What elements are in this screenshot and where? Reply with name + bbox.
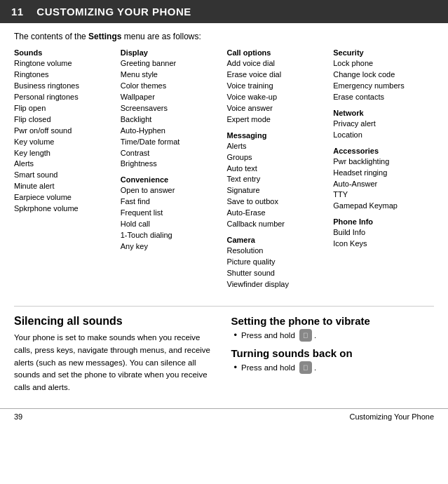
footer-page-number: 39 xyxy=(14,412,22,421)
list-item: Shutter sound xyxy=(227,268,328,279)
menu-col-sounds: Sounds Ringtone volume Ringtones Busines… xyxy=(14,48,115,293)
camera-list: Resolution Picture quality Shutter sound… xyxy=(227,246,328,290)
list-item: Auto text xyxy=(227,163,328,175)
list-item: Callback number xyxy=(227,219,328,230)
vibrate-sounds-section: Setting the phone to vibrate • Press and… xyxy=(231,312,435,394)
list-item: Lock phone xyxy=(333,58,434,69)
list-item: Location xyxy=(333,130,434,141)
security-list: Lock phone Change lock code Emergency nu… xyxy=(333,58,434,103)
list-item: Hold call xyxy=(121,219,222,230)
page-header: 11 Customizing Your Phone xyxy=(0,0,448,23)
vibrate-title: Setting the phone to vibrate xyxy=(231,315,435,327)
vibrate-instruction-text: Press and hold xyxy=(241,331,295,340)
list-item: Resolution xyxy=(227,246,328,257)
list-item: Pwr on/off sound xyxy=(14,126,115,137)
list-item: Flip closed xyxy=(14,114,115,126)
list-item: Time/Date format xyxy=(121,137,222,148)
list-item: Erase contacts xyxy=(333,92,434,103)
list-item: Fast find xyxy=(121,196,222,208)
list-item: Privacy alert xyxy=(333,119,434,130)
list-item: Frequent list xyxy=(121,208,222,219)
display-heading: Display xyxy=(121,48,222,57)
sound-icon: ⎕ xyxy=(299,361,312,374)
list-item: Signature xyxy=(227,185,328,196)
list-item: Any key xyxy=(121,241,222,253)
menu-col-security: Security Lock phone Change lock code Eme… xyxy=(333,48,434,293)
list-item: Change lock code xyxy=(333,69,434,81)
vibrate-suffix: . xyxy=(314,331,316,340)
list-item: Earpiece volume xyxy=(14,192,115,203)
list-item: Groups xyxy=(227,152,328,163)
list-item: Auto-Hyphen xyxy=(121,126,222,137)
bottom-sections: Silencing all sounds Your phone is set t… xyxy=(14,312,434,394)
list-item: Spkrphone volume xyxy=(14,203,115,215)
list-item: Greeting banner xyxy=(121,58,222,69)
list-item: Headset ringing xyxy=(333,168,434,179)
list-item: 1-Touch dialing xyxy=(121,230,222,241)
silencing-title: Silencing all sounds xyxy=(14,315,217,328)
list-item: Ringtones xyxy=(14,69,115,81)
list-item: Backlight xyxy=(121,114,222,126)
messaging-heading: Messaging xyxy=(227,131,328,140)
list-item: Voice wake-up xyxy=(227,92,328,103)
list-item: Auto-Answer xyxy=(333,179,434,190)
list-item: Brightness xyxy=(121,159,222,170)
list-item: Screensavers xyxy=(121,103,222,114)
list-item: Emergency numbers xyxy=(333,81,434,92)
list-item: Add voice dial xyxy=(227,58,328,69)
list-item: TTY xyxy=(333,189,434,201)
phoneinfo-heading: Phone Info xyxy=(333,217,434,226)
list-item: Open to answer xyxy=(121,185,222,196)
list-item: Minute alert xyxy=(14,181,115,192)
silencing-section: Silencing all sounds Your phone is set t… xyxy=(14,312,217,394)
list-item: Text entry xyxy=(227,174,328,185)
list-item: Viewfinder display xyxy=(227,279,328,290)
list-item: Expert mode xyxy=(227,114,328,126)
footer-title: Customizing Your Phone xyxy=(350,412,434,421)
bullet-point: • xyxy=(234,330,238,340)
menu-grid: Sounds Ringtone volume Ringtones Busines… xyxy=(14,48,434,293)
menu-col-calloptions: Call options Add voice dial Erase voice … xyxy=(227,48,328,293)
list-item: Key volume xyxy=(14,137,115,148)
vibrate-icon: ⎕ xyxy=(299,329,312,342)
list-item: Alerts xyxy=(227,141,328,152)
display-list: Greeting banner Menu style Color themes … xyxy=(121,58,222,170)
list-item: Picture quality xyxy=(227,257,328,268)
chapter-number: 11 xyxy=(11,6,24,18)
list-item: Menu style xyxy=(121,69,222,81)
list-item: Key length xyxy=(14,148,115,159)
sounds-list: Ringtone volume Ringtones Business ringt… xyxy=(14,58,115,215)
list-item: Alerts xyxy=(14,159,115,170)
list-item: Personal ringtones xyxy=(14,92,115,103)
turnsounds-instruction: • Press and hold ⎕ . xyxy=(234,361,435,374)
list-item: Icon Keys xyxy=(333,238,434,250)
convenience-heading: Convenience xyxy=(121,175,222,184)
security-heading: Security xyxy=(333,48,434,57)
camera-heading: Camera xyxy=(227,236,328,244)
page-title: Customizing Your Phone xyxy=(36,6,191,18)
messaging-list: Alerts Groups Auto text Text entry Signa… xyxy=(227,141,328,231)
list-item: Wallpaper xyxy=(121,92,222,103)
list-item: Business ringtones xyxy=(14,81,115,92)
divider xyxy=(14,306,434,307)
list-item: Erase voice dial xyxy=(227,69,328,81)
calloptions-list: Add voice dial Erase voice dial Voice tr… xyxy=(227,58,328,126)
menu-col-display: Display Greeting banner Menu style Color… xyxy=(121,48,222,293)
bullet-point-2: • xyxy=(234,362,238,372)
list-item: Flip open xyxy=(14,103,115,114)
network-list: Privacy alert Location xyxy=(333,119,434,141)
accessories-list: Pwr backlighting Headset ringing Auto-An… xyxy=(333,156,434,213)
accessories-heading: Accessories xyxy=(333,147,434,155)
turnsounds-suffix: . xyxy=(314,363,316,372)
vibrate-instruction: • Press and hold ⎕ . xyxy=(234,329,435,342)
list-item: Save to outbox xyxy=(227,196,328,208)
list-item: Pwr backlighting xyxy=(333,156,434,168)
vibrate-section: Setting the phone to vibrate • Press and… xyxy=(231,315,435,342)
page-footer: 39 Customizing Your Phone xyxy=(0,408,448,424)
phoneinfo-list: Build Info Icon Keys xyxy=(333,227,434,250)
turnsounds-instruction-text: Press and hold xyxy=(241,363,295,372)
intro-text: The contents of the Settings menu are as… xyxy=(14,32,434,41)
list-item: Color themes xyxy=(121,81,222,92)
list-item: Gamepad Keymap xyxy=(333,201,434,212)
turnsounds-section: Turning sounds back on • Press and hold … xyxy=(231,347,435,374)
